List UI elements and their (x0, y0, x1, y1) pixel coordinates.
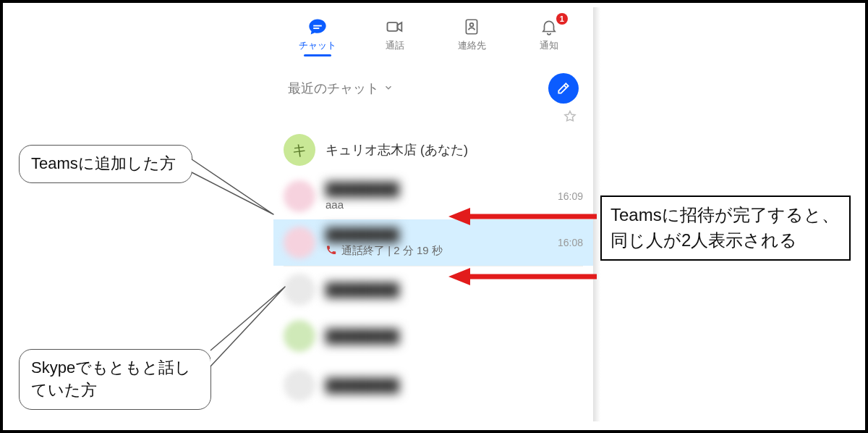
chat-item-teams[interactable]: ████████ aaa 16:09 (273, 173, 593, 219)
compose-button[interactable] (548, 73, 579, 104)
chat-skype-name: ████████ (326, 227, 548, 243)
tab-chat-label: チャット (299, 39, 336, 52)
callout-explanation: Teamsに招待が完了すると、同じ人が2人表示される (600, 196, 851, 261)
panel-shadow (593, 7, 600, 421)
avatar-self: キ (284, 134, 315, 166)
chat-icon (307, 16, 328, 38)
svg-rect-0 (313, 25, 322, 27)
recent-chats-header: 最近のチャット (273, 63, 593, 106)
recent-chats-title: 最近のチャット (288, 80, 379, 97)
chat-app-panel: チャット 通話 連絡先 (273, 7, 593, 421)
tab-chat[interactable]: チャット (289, 16, 346, 52)
tab-contacts[interactable]: 連絡先 (443, 16, 501, 52)
tab-activity-label: 通知 (540, 39, 558, 52)
chat-item-skype[interactable]: ████████ 通話終了 | 2 分 19 秒 16:08 (273, 219, 593, 266)
chat-self-name: キュリオ志木店 (あなた) (326, 141, 583, 159)
svg-point-4 (470, 23, 474, 27)
chat-item-blurred-2[interactable]: ████████ (273, 313, 593, 359)
avatar-skype (284, 227, 315, 258)
chat-skype-snippet: 通話終了 | 2 分 19 秒 (326, 244, 548, 258)
favorite-star-row (273, 106, 593, 127)
chat-item-self[interactable]: キ キュリオ志木店 (あなた) (273, 127, 593, 173)
callout-teams-added: Teamsに追加した方 (19, 145, 192, 183)
tab-calls[interactable]: 通話 (366, 16, 424, 52)
activity-badge: 1 (556, 13, 568, 25)
avatar-blur-1 (284, 274, 315, 306)
chat-item-blurred-3[interactable]: ████████ (273, 359, 593, 405)
chat-teams-snippet: aaa (326, 198, 548, 211)
chat-teams-name: ████████ (326, 182, 548, 197)
phone-ended-icon (326, 244, 337, 258)
svg-rect-1 (313, 28, 319, 29)
compose-icon (556, 81, 571, 96)
video-icon (384, 16, 406, 38)
tab-activity[interactable]: 1 通知 (520, 16, 578, 52)
tab-calls-label: 通話 (386, 39, 404, 52)
nav-tabs: チャット 通話 連絡先 (273, 7, 593, 56)
recent-chats-dropdown[interactable]: 最近のチャット (288, 80, 393, 97)
chat-skype-time: 16:08 (558, 237, 583, 248)
chat-teams-time: 16:09 (558, 190, 583, 202)
callout-skype-original: Skypeでもともと話していた方 (19, 349, 211, 410)
star-icon[interactable] (563, 109, 577, 127)
avatar-blur-2 (284, 320, 315, 352)
avatar-initials: キ (292, 140, 307, 160)
contacts-icon (461, 16, 482, 38)
avatar-blur-3 (284, 369, 315, 401)
chevron-down-icon (383, 81, 393, 96)
chat-item-blurred-1[interactable]: ████████ (273, 266, 593, 313)
tab-contacts-label: 連絡先 (458, 39, 486, 52)
avatar-teams (284, 180, 315, 212)
svg-rect-2 (387, 22, 397, 31)
